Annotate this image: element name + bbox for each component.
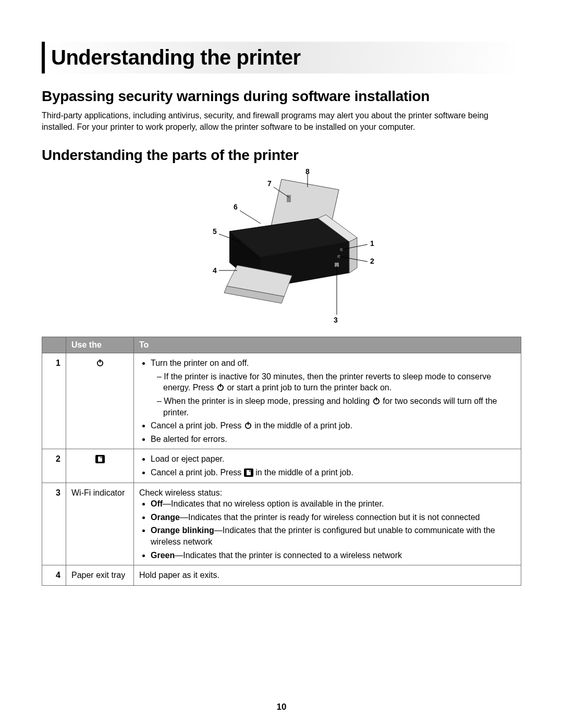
diagram-callout-6: 6 (234, 203, 238, 211)
paper-feed-icon (244, 468, 253, 477)
row-number: 1 (42, 353, 66, 449)
row-to: Check wireless status:Off—Indicates that… (134, 483, 521, 565)
row-use (66, 353, 134, 449)
list-item: Cancel a print job. Press in the middle … (151, 467, 516, 478)
table-row: 2Load or eject paper.Cancel a print job.… (42, 449, 521, 483)
list-item: Green—Indicates that the printer is conn… (151, 550, 516, 561)
section-body-bypass: Third-party applications, including anti… (42, 110, 521, 132)
table-header-to: To (134, 337, 521, 353)
printer-diagram: 1 2 3 4 5 6 7 8 (42, 169, 521, 327)
paper-feed-icon (95, 455, 105, 463)
list-item: Cancel a print job. Press in the middle … (151, 420, 516, 431)
list-item: Off—Indicates that no wireless option is… (151, 498, 516, 510)
svg-marker-8 (349, 238, 357, 273)
list-item: Turn the printer on and off.If the print… (151, 357, 516, 418)
row-to: Load or eject paper.Cancel a print job. … (134, 449, 521, 483)
page-number: 10 (0, 702, 563, 712)
list-subitem: If the printer is inactive for 30 minute… (157, 371, 516, 393)
power-icon (96, 359, 104, 367)
row-use: Wi-Fi indicator (66, 483, 134, 565)
chapter-title: Understanding the printer (42, 42, 521, 73)
list-subitem: When the printer is in sleep mode, press… (157, 396, 516, 418)
row-to: Turn the printer on and off.If the print… (134, 353, 521, 449)
table-header-blank (42, 337, 66, 353)
diagram-callout-4: 4 (213, 266, 217, 275)
power-icon (216, 383, 225, 391)
power-icon (244, 421, 252, 429)
table-row: 4Paper exit trayHold paper as it exits. (42, 565, 521, 586)
diagram-callout-5: 5 (213, 227, 217, 236)
diagram-callout-3: 3 (334, 316, 338, 324)
row-use (66, 449, 134, 483)
list-item: Be alerted for errors. (151, 434, 516, 445)
row-number: 4 (42, 565, 66, 586)
row-number: 3 (42, 483, 66, 565)
parts-table: Use the To 1Turn the printer on and off.… (42, 337, 521, 586)
table-row: 1Turn the printer on and off.If the prin… (42, 353, 521, 449)
svg-line-21 (240, 211, 261, 224)
diagram-callout-7: 7 (267, 179, 272, 188)
list-item: Load or eject paper. (151, 453, 516, 465)
power-icon (372, 397, 381, 405)
diagram-callout-2: 2 (370, 257, 374, 265)
list-item: Orange blinking—Indicates that the print… (151, 525, 516, 547)
row-number: 2 (42, 449, 66, 483)
table-header-use: Use the (66, 337, 134, 353)
table-row: 3Wi-Fi indicatorCheck wireless status:Of… (42, 483, 521, 565)
section-heading-parts: Understanding the parts of the printer (42, 147, 521, 164)
row-to: Hold paper as it exits. (134, 565, 521, 586)
diagram-callout-1: 1 (370, 239, 374, 248)
row-use: Paper exit tray (66, 565, 134, 586)
diagram-callout-8: 8 (305, 169, 310, 176)
list-item: Orange—Indicates that the printer is rea… (151, 512, 516, 523)
section-heading-bypass: Bypassing security warnings during softw… (42, 88, 521, 105)
